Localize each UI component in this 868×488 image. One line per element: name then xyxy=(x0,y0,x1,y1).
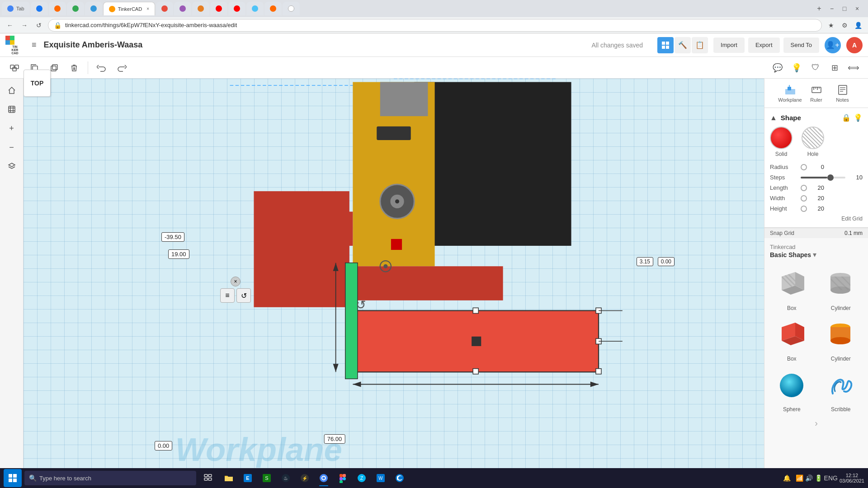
tab-2[interactable] xyxy=(31,2,48,15)
task-view-btn[interactable] xyxy=(199,469,217,487)
shield-btn[interactable]: 🛡 xyxy=(807,60,824,76)
workplane-btn[interactable]: Workplane xyxy=(779,82,801,104)
layers-btn[interactable] xyxy=(4,158,20,174)
hole-type[interactable]: Hole xyxy=(802,127,824,157)
fit-view-btn[interactable] xyxy=(4,101,20,117)
volume-icon[interactable]: 🔊 xyxy=(805,474,813,482)
height-radio[interactable] xyxy=(801,206,807,212)
canvas[interactable]: ↺ Workplane 76.00 1 xyxy=(24,79,764,488)
snap-value[interactable]: 0.1 mm xyxy=(844,230,863,236)
scroll-right-icon[interactable]: › xyxy=(815,418,818,428)
user-avatar[interactable]: A xyxy=(846,37,863,53)
tab-close-btn[interactable]: × xyxy=(146,6,149,11)
lock-icon[interactable]: 🔒 xyxy=(842,113,851,122)
maximize-btn[interactable]: □ xyxy=(839,3,850,14)
tab-4[interactable] xyxy=(67,2,84,15)
tool-view-btn[interactable]: 🔨 xyxy=(675,37,691,53)
hole-label: Hole xyxy=(807,151,819,157)
home-view-btn[interactable] xyxy=(4,82,20,99)
tab-10[interactable] xyxy=(210,2,227,15)
import-btn[interactable]: Import xyxy=(713,38,745,53)
tb-app-edge[interactable] xyxy=(391,469,409,487)
shape-item-sphere-blue[interactable]: Sphere xyxy=(770,367,814,413)
left-panel: + − xyxy=(0,79,24,488)
comment-btn[interactable]: 💬 xyxy=(769,60,786,76)
address-bar[interactable]: 🔒 tinkercad.com/things/6kEpW7fENxY-exqui… xyxy=(48,19,822,32)
tb-app-2[interactable]: E xyxy=(239,469,257,487)
shape-item-cylinder-orange[interactable]: Cylinder xyxy=(819,317,863,362)
grid-view-btn[interactable] xyxy=(657,37,674,53)
canvas-wrapper[interactable]: ↺ Workplane 76.00 1 xyxy=(24,79,764,488)
minimize-btn[interactable]: − xyxy=(826,3,837,14)
app-header: TINKERCAD ≡ Exquisite Amberis-Waasa All … xyxy=(0,33,868,57)
redo-btn[interactable] xyxy=(113,60,130,76)
zoom-in-btn[interactable]: + xyxy=(4,120,20,136)
forward-btn[interactable]: → xyxy=(19,20,30,31)
send-to-btn[interactable]: Send To xyxy=(783,38,819,53)
settings-btn[interactable]: ⚙ xyxy=(839,20,850,31)
tb-app-3[interactable]: S xyxy=(258,469,276,487)
tb-app-figma[interactable] xyxy=(334,469,352,487)
arrange-btn[interactable]: ⊞ xyxy=(826,60,843,76)
export-btn[interactable]: Export xyxy=(748,38,780,53)
add-user-btn[interactable]: 👤+ xyxy=(825,37,841,53)
edit-grid-link[interactable]: Edit Grid xyxy=(770,216,863,222)
shape-item-box-red[interactable]: Box xyxy=(770,317,814,362)
refresh-btn[interactable]: ↺ xyxy=(33,20,44,31)
tab-11[interactable] xyxy=(228,2,245,15)
tab-5[interactable] xyxy=(85,2,102,15)
lang-label[interactable]: ENG xyxy=(824,474,838,482)
taskbar-search[interactable]: 🔍 Type here to search xyxy=(24,471,196,485)
group-btn[interactable] xyxy=(6,60,23,76)
light-icon[interactable]: 💡 xyxy=(854,113,863,122)
radius-radio[interactable] xyxy=(801,164,807,170)
tinkercad-logo[interactable]: TINKERCAD xyxy=(5,36,24,55)
ctx-close-btn[interactable]: × xyxy=(231,277,241,286)
tb-app-explorer[interactable] xyxy=(220,469,238,487)
menu-btn[interactable]: ≡ xyxy=(30,38,38,52)
mirror-btn[interactable]: ⟺ xyxy=(845,60,862,76)
shape-item-box-gray[interactable]: Box xyxy=(770,266,814,311)
notification-btn[interactable]: 🔔 xyxy=(780,471,794,485)
shape-item-cylinder-gray[interactable]: Cylinder xyxy=(819,266,863,311)
ctx-menu-icon[interactable]: ≡ xyxy=(220,288,235,303)
tb-app-8[interactable]: Z xyxy=(353,469,371,487)
length-radio[interactable] xyxy=(801,185,807,191)
tab-7[interactable] xyxy=(156,2,173,15)
close-btn[interactable]: × xyxy=(852,3,863,14)
bookmark-btn[interactable]: ★ xyxy=(826,20,836,31)
tab-9[interactable] xyxy=(192,2,209,15)
undo-btn[interactable] xyxy=(94,60,110,76)
solid-type[interactable]: Solid xyxy=(770,127,793,157)
new-tab-btn[interactable]: + xyxy=(814,3,825,14)
notes-btn[interactable]: Notes xyxy=(832,82,854,104)
hint-btn[interactable]: 💡 xyxy=(788,60,805,76)
tab-13[interactable] xyxy=(264,2,282,15)
ruler-btn[interactable]: Ruler xyxy=(806,82,827,104)
delete-btn[interactable] xyxy=(66,60,82,76)
tb-app-5[interactable]: ⚡ xyxy=(296,469,314,487)
tb-app-steam[interactable]: ♨ xyxy=(277,469,295,487)
snap-grid-label: Snap Grid xyxy=(770,230,794,236)
steps-slider[interactable] xyxy=(801,177,845,178)
sys-time[interactable]: 12:12 03/06/2021 xyxy=(840,473,864,483)
width-radio[interactable] xyxy=(801,195,807,202)
start-btn[interactable] xyxy=(4,469,22,487)
tab-8[interactable] xyxy=(174,2,191,15)
tab-12[interactable] xyxy=(246,2,264,15)
back-btn[interactable]: ← xyxy=(5,20,15,31)
tb-app-chrome[interactable] xyxy=(315,469,333,487)
tb-app-9[interactable]: W xyxy=(372,469,390,487)
tab-1[interactable]: Tab xyxy=(2,2,30,15)
zoom-out-btn[interactable]: − xyxy=(4,139,20,155)
book-view-btn[interactable]: 📋 xyxy=(692,37,708,53)
shape-item-scribble[interactable]: Scribble xyxy=(819,367,863,413)
tab-14[interactable] xyxy=(283,2,300,15)
tab-3[interactable] xyxy=(49,2,66,15)
ctx-rotate-icon[interactable]: ↺ xyxy=(236,288,251,303)
library-dropdown-btn[interactable]: ▾ xyxy=(813,250,816,259)
tab-active[interactable]: TinkerCAD × xyxy=(103,2,155,15)
network-icon[interactable]: 📶 xyxy=(796,474,803,482)
battery-icon[interactable]: 🔋 xyxy=(815,474,822,482)
profile-btn[interactable]: 👤 xyxy=(853,20,863,31)
